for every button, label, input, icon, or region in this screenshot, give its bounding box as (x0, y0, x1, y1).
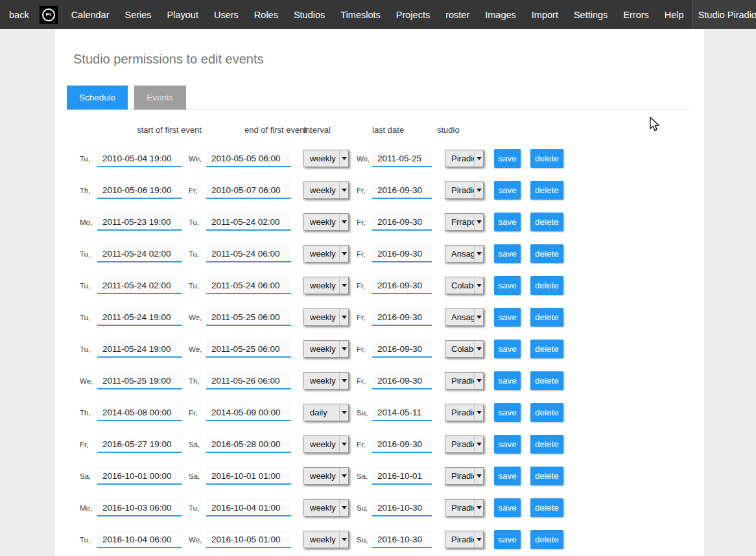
delete-button[interactable]: delete (530, 244, 563, 263)
end-input[interactable] (206, 340, 291, 358)
interval-select[interactable]: weekly (303, 372, 349, 389)
start-input[interactable] (97, 467, 182, 485)
start-input[interactable] (97, 435, 182, 453)
save-button[interactable]: save (494, 149, 521, 168)
nav-link[interactable]: Studios (286, 10, 333, 20)
delete-button[interactable]: delete (530, 371, 563, 390)
end-input[interactable] (206, 403, 291, 421)
last-date-input[interactable] (372, 213, 432, 231)
last-date-input[interactable] (372, 181, 432, 199)
studio-select[interactable]: Ansage (445, 308, 484, 326)
start-input[interactable] (97, 371, 182, 389)
delete-button[interactable]: delete (530, 276, 563, 295)
start-input[interactable] (97, 340, 182, 358)
start-input[interactable] (97, 308, 182, 326)
nav-link[interactable]: Calendar (64, 10, 117, 20)
last-date-input[interactable] (372, 244, 432, 262)
last-date-input[interactable] (372, 308, 432, 326)
nav-link[interactable]: Series (117, 10, 159, 20)
tab-schedule[interactable]: Schedule (67, 86, 128, 110)
start-input[interactable] (97, 403, 182, 421)
save-button[interactable]: save (494, 213, 521, 231)
end-input[interactable] (206, 467, 291, 485)
last-date-input[interactable] (372, 340, 432, 358)
nav-link[interactable]: Errors (615, 10, 656, 20)
studio-dropdown[interactable]: Studio Piradio (698, 0, 756, 29)
end-input[interactable] (206, 371, 291, 389)
interval-select[interactable]: weekly (303, 213, 349, 231)
save-button[interactable]: save (494, 308, 521, 327)
start-input[interactable] (97, 276, 182, 294)
delete-button[interactable]: delete (530, 308, 563, 327)
save-button[interactable]: save (494, 498, 521, 517)
tab-events[interactable]: Events (134, 86, 185, 110)
delete-button[interactable]: delete (530, 498, 563, 517)
last-date-input[interactable] (372, 403, 432, 421)
last-date-input[interactable] (372, 149, 432, 167)
interval-select[interactable]: weekly (303, 277, 349, 294)
start-input[interactable] (97, 213, 182, 231)
delete-button[interactable]: delete (530, 530, 563, 549)
nav-link[interactable]: Timeslots (333, 10, 388, 20)
nav-link[interactable]: Projects (388, 10, 438, 20)
nav-link[interactable]: Playout (159, 10, 206, 20)
save-button[interactable]: save (494, 530, 521, 549)
end-input[interactable] (206, 149, 291, 167)
studio-select[interactable]: Piradio (445, 467, 484, 485)
end-input[interactable] (206, 181, 291, 199)
end-input[interactable] (206, 244, 291, 262)
save-button[interactable]: save (494, 276, 521, 295)
save-button[interactable]: save (494, 435, 521, 454)
last-date-input[interactable] (372, 276, 432, 294)
last-date-input[interactable] (372, 498, 432, 516)
studio-select[interactable]: Piradio (445, 372, 484, 389)
start-input[interactable] (97, 149, 182, 167)
delete-button[interactable]: delete (530, 181, 563, 200)
start-input[interactable] (97, 181, 182, 199)
studio-select[interactable]: Piradio (445, 150, 484, 167)
studio-select[interactable]: Piradio (445, 404, 484, 421)
end-input[interactable] (206, 308, 291, 326)
nav-link[interactable]: Users (206, 10, 246, 20)
interval-select[interactable]: weekly (303, 308, 349, 326)
start-input[interactable] (97, 530, 182, 548)
interval-select[interactable]: weekly (303, 435, 349, 453)
interval-select[interactable]: weekly (303, 340, 349, 358)
studio-select[interactable]: Piradio (445, 435, 484, 453)
nav-link[interactable]: Settings (566, 10, 615, 20)
delete-button[interactable]: delete (530, 149, 563, 168)
save-button[interactable]: save (494, 403, 521, 422)
last-date-input[interactable] (372, 435, 432, 453)
studio-select[interactable]: Piradio (445, 181, 484, 199)
save-button[interactable]: save (494, 244, 521, 263)
last-date-input[interactable] (372, 467, 432, 485)
last-date-input[interactable] (372, 371, 432, 389)
studio-select[interactable]: Ansage (445, 245, 484, 262)
save-button[interactable]: save (494, 467, 521, 485)
start-input[interactable] (97, 498, 182, 516)
interval-select[interactable]: weekly (303, 181, 349, 199)
end-input[interactable] (206, 435, 291, 453)
start-input[interactable] (97, 244, 182, 262)
end-input[interactable] (206, 213, 291, 231)
save-button[interactable]: save (494, 371, 521, 390)
interval-select[interactable]: weekly (303, 245, 349, 262)
delete-button[interactable]: delete (530, 435, 563, 454)
interval-select[interactable]: weekly (303, 467, 349, 485)
studio-select[interactable]: Colabo (445, 277, 484, 294)
interval-select[interactable]: weekly (303, 531, 349, 548)
nav-link[interactable]: Import (524, 10, 566, 20)
piradio-logo-icon[interactable]: PI (40, 6, 58, 24)
delete-button[interactable]: delete (530, 467, 563, 485)
delete-button[interactable]: delete (530, 403, 563, 422)
interval-select[interactable]: weekly (303, 499, 349, 516)
delete-button[interactable]: delete (530, 213, 563, 231)
interval-select[interactable]: daily (303, 404, 349, 421)
nav-link[interactable]: Images (477, 10, 524, 20)
save-button[interactable]: save (494, 340, 521, 358)
last-date-input[interactable] (372, 530, 432, 548)
nav-link[interactable]: Roles (246, 10, 286, 20)
studio-select[interactable]: Piradio (445, 531, 484, 548)
nav-link[interactable]: Help (657, 10, 692, 20)
studio-select[interactable]: Colabo (445, 340, 484, 358)
